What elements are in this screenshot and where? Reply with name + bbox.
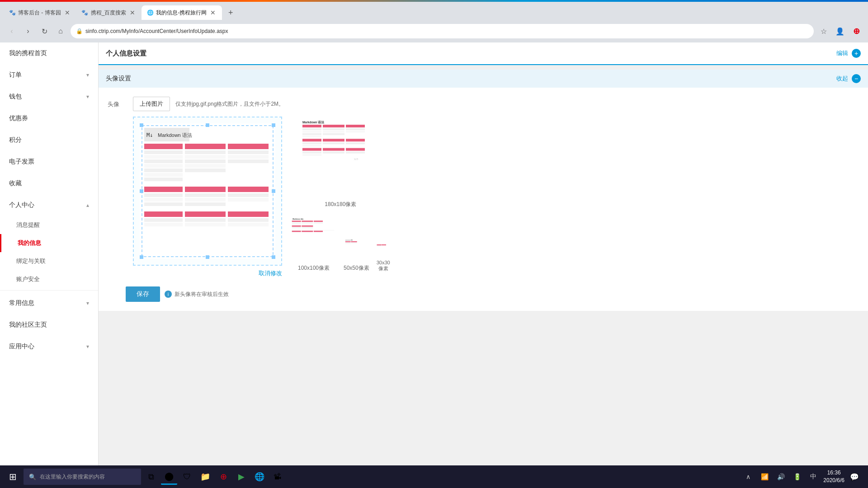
preview-180-label: 180x180像素 — [325, 201, 356, 208]
svg-rect-74 — [346, 148, 365, 151]
chevron-down-icon: ▾ — [86, 94, 89, 100]
svg-rect-83 — [302, 221, 313, 222]
preview-50-group: Markdown 语法 — [344, 239, 369, 272]
chevron-down-icon: ▾ — [86, 343, 89, 350]
upload-box-container: M↓ Markdown 语法 — [133, 117, 282, 277]
sidebar-item-wallet[interactable]: 钱包 ▾ — [0, 86, 98, 108]
sidebar-item-community-label: 我的社区主页 — [9, 321, 47, 329]
url-bar[interactable]: 🔒 sinfo.ctrip.com/MyInfo/AccountCenter/U… — [71, 24, 814, 38]
reload-button[interactable]: ↻ — [38, 25, 51, 38]
back-button[interactable]: ‹ — [5, 25, 18, 38]
sidebar-sub-myinfo[interactable]: 我的信息 — [0, 234, 98, 252]
tab-2[interactable]: 🐾 携程_百度搜索 ✕ — [76, 5, 142, 20]
chevron-down-icon: ▾ — [86, 300, 89, 306]
sidebar-sub-binding[interactable]: 绑定与关联 — [0, 252, 98, 270]
svg-rect-41 — [228, 223, 269, 226]
svg-text:M↓: M↓ — [146, 132, 153, 138]
svg-rect-67 — [346, 139, 365, 141]
svg-rect-77 — [323, 151, 344, 153]
edit-button[interactable]: 编辑 — [836, 49, 848, 57]
svg-rect-57 — [302, 131, 321, 132]
svg-rect-55 — [346, 125, 365, 127]
sidebar-item-community[interactable]: 我的社区主页 — [0, 314, 98, 336]
svg-rect-7 — [144, 150, 183, 154]
tab-1-close[interactable]: ✕ — [64, 9, 71, 16]
notice-text: 新头像将在审核后生效 — [175, 291, 229, 298]
sidebar-item-personal[interactable]: 个人中心 ▴ — [0, 194, 98, 216]
avatar-section-header: 头像设置 收起 − — [99, 70, 868, 88]
svg-rect-84 — [314, 221, 323, 222]
svg-rect-66 — [323, 139, 344, 141]
svg-rect-10 — [144, 164, 183, 168]
svg-rect-106 — [382, 244, 386, 245]
minus-icon[interactable]: − — [852, 74, 861, 83]
svg-rect-73 — [323, 148, 344, 151]
sidebar-item-favorites[interactable]: 收藏 — [0, 173, 98, 194]
main-area: 我的携程首页 订单 ▾ 钱包 ▾ 优惠券 积分 电子发票 收藏 个人中心 ▴ 消… — [0, 42, 868, 467]
svg-rect-62 — [323, 133, 344, 135]
small-previews: Markdown 语法 — [291, 216, 390, 272]
svg-text:Markdown 语法: Markdown 语法 — [158, 132, 192, 138]
preview-30-label: 30x30像素 — [377, 260, 390, 272]
sidebar-sub-notifications[interactable]: 消息提醒 — [0, 216, 98, 234]
svg-text:知乎: 知乎 — [354, 158, 359, 160]
svg-rect-23 — [185, 187, 226, 192]
collapse-label[interactable]: 收起 — [836, 75, 848, 83]
sidebar-item-common[interactable]: 常用信息 ▾ — [0, 292, 98, 314]
svg-rect-90 — [302, 225, 313, 227]
header-actions: 编辑 + — [836, 49, 861, 58]
sidebar-item-favorites-label: 收藏 — [9, 179, 22, 188]
svg-rect-75 — [302, 151, 321, 153]
svg-text:Markdown 语法: Markdown 语法 — [302, 120, 325, 124]
tab-bar: 🐾 博客后台 - 博客园 ✕ 🐾 携程_百度搜索 ✕ 🌐 我的信息-携程旅行网 … — [0, 2, 868, 20]
avatar-upload-area: 上传图片 仅支持jpg,gif,png格式图片，且文件小于2M。 — [133, 97, 390, 277]
sidebar-item-einvoice[interactable]: 电子发票 — [0, 151, 98, 173]
svg-rect-60 — [323, 128, 344, 130]
svg-rect-26 — [144, 198, 183, 202]
svg-rect-70 — [323, 142, 344, 144]
sidebar-item-points[interactable]: 积分 — [0, 129, 98, 151]
upload-row: 上传图片 仅支持jpg,gif,png格式图片，且文件小于2M。 — [133, 97, 390, 111]
svg-rect-28 — [185, 193, 226, 197]
svg-rect-38 — [185, 218, 226, 222]
preview-30-group: 30x30像素 — [377, 244, 390, 272]
plus-icon[interactable]: + — [852, 49, 861, 58]
svg-rect-14 — [185, 150, 226, 154]
svg-rect-21 — [228, 160, 269, 163]
tab-2-title: 携程_百度搜索 — [91, 9, 127, 17]
sidebar-item-home[interactable]: 我的携程首页 — [0, 42, 98, 64]
svg-rect-13 — [144, 178, 183, 181]
svg-rect-48 — [140, 255, 143, 259]
sidebar-item-coupons-label: 优惠券 — [9, 114, 28, 122]
avatar-section-actions: 收起 − — [836, 74, 861, 83]
save-button[interactable]: 保存 — [126, 286, 160, 302]
new-tab-button[interactable]: + — [224, 6, 237, 19]
sidebar-item-einvoice-label: 电子发票 — [9, 158, 34, 166]
svg-rect-11 — [144, 169, 183, 172]
upload-button[interactable]: 上传图片 — [133, 97, 170, 111]
sidebar-sub-security[interactable]: 账户安全 — [0, 270, 98, 288]
bookmark-button[interactable]: ☆ — [817, 25, 830, 38]
svg-rect-69 — [302, 145, 321, 146]
image-upload-box[interactable]: M↓ Markdown 语法 — [133, 117, 282, 266]
svg-rect-35 — [228, 211, 269, 217]
tab-1[interactable]: 🐾 博客后台 - 博客园 ✕ — [4, 5, 76, 20]
svg-rect-56 — [302, 128, 321, 130]
sidebar-item-appcenter[interactable]: 应用中心 ▾ — [0, 336, 98, 357]
sidebar-item-orders[interactable]: 订单 ▾ — [0, 64, 98, 86]
svg-rect-39 — [185, 223, 226, 226]
forward-button[interactable]: › — [22, 25, 34, 38]
sidebar-item-coupons[interactable]: 优惠券 — [0, 108, 98, 129]
avatar-section-title: 头像设置 — [106, 75, 131, 83]
svg-rect-63 — [346, 128, 365, 130]
preview-100-group: Markdown 语法 — [291, 216, 336, 272]
avatar-section: 头像设置 收起 − 头像 上传图片 仅支持jpg,gif,png格式图片，且文件… — [99, 70, 868, 311]
svg-rect-49 — [206, 255, 209, 259]
tab-2-close[interactable]: ✕ — [129, 9, 136, 16]
tab-3-close[interactable]: ✕ — [209, 9, 217, 16]
home-button[interactable]: ⌂ — [54, 25, 67, 38]
tab-3[interactable]: 🌐 我的信息-携程旅行网 ✕ — [142, 5, 222, 20]
svg-rect-53 — [302, 125, 321, 127]
cancel-link[interactable]: 取消修改 — [133, 269, 282, 277]
profile-button[interactable]: 👤 — [834, 25, 846, 38]
